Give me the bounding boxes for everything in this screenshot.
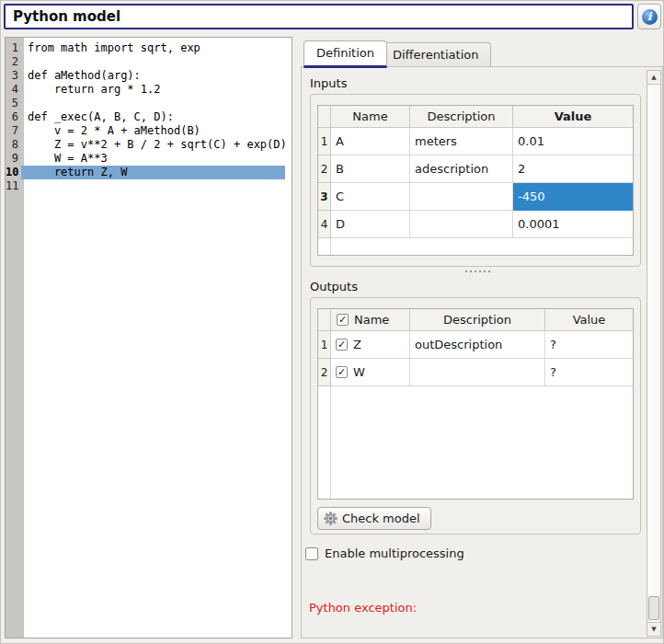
- inputs-cell-description[interactable]: adescription: [410, 155, 513, 183]
- splitter-dots-icon: [465, 270, 467, 272]
- inputs-section-label: Inputs: [310, 76, 347, 90]
- outputs-corner-header: [318, 309, 331, 331]
- code-line-selected: 10 return Z, W: [6, 166, 292, 179]
- line-number: 1: [6, 41, 21, 55]
- outputs-row-header[interactable]: 1: [318, 331, 331, 359]
- code-line: 2: [6, 55, 292, 69]
- outputs-cell-value[interactable]: ?: [545, 331, 633, 359]
- inputs-cell-value-selected[interactable]: -450: [513, 183, 633, 211]
- line-number: 4: [6, 83, 21, 97]
- code-line: 4 return arg * 1.2: [6, 83, 292, 97]
- inputs-header-value[interactable]: Value: [513, 106, 633, 128]
- check-model-button[interactable]: Check model: [317, 507, 431, 530]
- inputs-header-description[interactable]: Description: [410, 106, 513, 128]
- inputs-cell-description[interactable]: [410, 183, 513, 211]
- code-text[interactable]: v = 2 * A + aMethod(B): [21, 124, 285, 138]
- code-line: 7 v = 2 * A + aMethod(B): [6, 124, 292, 138]
- outputs-header-value[interactable]: Value: [545, 309, 633, 331]
- inputs-row-header[interactable]: 4: [318, 211, 331, 238]
- line-number: 7: [6, 124, 21, 138]
- inputs-row-header[interactable]: 1: [318, 128, 331, 155]
- line-number: 5: [6, 97, 21, 110]
- code-text[interactable]: [21, 55, 285, 69]
- code-text[interactable]: def _exec(A, B, C, D):: [21, 110, 285, 124]
- vertical-scrollbar[interactable]: ▲ ▼: [647, 70, 661, 637]
- outputs-header-description[interactable]: Description: [410, 309, 545, 331]
- scrollbar-track[interactable]: [647, 85, 660, 622]
- line-number: 9: [6, 152, 21, 166]
- inputs-header-name[interactable]: Name: [331, 106, 410, 128]
- gear-icon: [324, 512, 338, 525]
- code-text[interactable]: [21, 97, 285, 110]
- line-number: 11: [6, 179, 21, 193]
- outputs-group: ✓ Name Description Value 1 ✓ Z outDescri…: [310, 297, 641, 535]
- inputs-cell-description[interactable]: meters: [410, 128, 513, 155]
- inputs-cell-value[interactable]: 2: [513, 155, 633, 183]
- enable-multiprocessing-label: Enable multiprocessing: [325, 546, 464, 560]
- outputs-table: ✓ Name Description Value 1 ✓ Z outDescri…: [317, 308, 634, 500]
- scrollbar-thumb[interactable]: [648, 596, 659, 620]
- outputs-header-checkbox[interactable]: ✓: [337, 314, 349, 326]
- output-name-label: W: [353, 365, 365, 379]
- python-exception-message: Python exception: Traceback (most recent…: [309, 571, 646, 644]
- outputs-cell-value[interactable]: ?: [545, 359, 633, 386]
- inputs-cell-name[interactable]: B: [331, 155, 410, 183]
- outputs-table-empty-area: [318, 386, 331, 499]
- code-line: 8 Z = v**2 + B / 2 + sqrt(C) + exp(D): [6, 138, 292, 152]
- outputs-section-label: Outputs: [310, 280, 358, 293]
- check-model-label: Check model: [342, 512, 420, 525]
- outputs-cell-description[interactable]: [410, 359, 545, 386]
- output-name-label: Z: [353, 338, 361, 351]
- enable-multiprocessing-checkbox[interactable]: [305, 547, 318, 560]
- definition-panel: Inputs Name Description Value 1 A meters…: [301, 66, 663, 638]
- inputs-cell-value[interactable]: 0.01: [513, 128, 633, 155]
- outputs-cell-description[interactable]: outDescription: [410, 331, 545, 359]
- code-text[interactable]: return Z, W: [21, 166, 285, 179]
- outputs-cell-name[interactable]: ✓ W: [331, 359, 410, 386]
- tab-definition[interactable]: Definition: [303, 40, 387, 68]
- line-number: 2: [6, 55, 21, 69]
- inputs-row-header[interactable]: 2: [318, 155, 331, 183]
- code-line: 3def aMethod(arg):: [6, 69, 292, 83]
- arrow-up-icon: ▲: [651, 74, 656, 81]
- model-name-input[interactable]: [4, 4, 634, 29]
- inputs-cell-value[interactable]: 0.0001: [513, 211, 633, 238]
- info-button[interactable]: i: [637, 4, 661, 29]
- code-text[interactable]: W = A**3: [21, 152, 285, 166]
- splitter-handle[interactable]: [465, 270, 495, 273]
- line-number: 3: [6, 69, 21, 83]
- output-row-checkbox[interactable]: ✓: [336, 339, 348, 351]
- inputs-corner-header: [318, 106, 331, 128]
- inputs-cell-name[interactable]: A: [331, 128, 410, 155]
- outputs-cell-name[interactable]: ✓ Z: [331, 331, 410, 359]
- outputs-table-empty-area: [331, 386, 633, 499]
- outputs-header-name[interactable]: ✓ Name: [331, 309, 410, 331]
- scrollbar-up-button[interactable]: ▲: [647, 71, 660, 85]
- code-line: 11: [6, 179, 292, 193]
- scrollbar-down-button[interactable]: ▼: [647, 622, 660, 636]
- error-line: Python exception:: [309, 601, 646, 615]
- outputs-header-name-label: Name: [354, 313, 389, 327]
- output-row-checkbox[interactable]: ✓: [336, 366, 348, 378]
- inputs-cell-name[interactable]: C: [331, 183, 410, 211]
- inputs-table-empty-area: [331, 238, 633, 255]
- inputs-group: Name Description Value 1 A meters 0.01 2…: [310, 94, 641, 267]
- info-icon: i: [642, 9, 658, 25]
- line-number: 6: [6, 110, 21, 124]
- tab-differentiation[interactable]: Differentiation: [380, 42, 491, 66]
- code-text[interactable]: Z = v**2 + B / 2 + sqrt(C) + exp(D): [21, 138, 287, 152]
- code-text[interactable]: def aMethod(arg):: [21, 69, 285, 83]
- outputs-row-header[interactable]: 2: [318, 359, 331, 386]
- inputs-cell-name[interactable]: D: [331, 211, 410, 238]
- code-text[interactable]: from math import sqrt, exp: [21, 41, 285, 55]
- code-line: 9 W = A**3: [6, 152, 292, 166]
- inputs-table-empty-area: [318, 238, 331, 255]
- code-text[interactable]: return arg * 1.2: [21, 83, 285, 97]
- line-number: 8: [6, 138, 21, 152]
- code-editor[interactable]: 1from math import sqrt, exp 2 3def aMeth…: [5, 37, 292, 638]
- code-text[interactable]: [21, 179, 285, 193]
- inputs-cell-description[interactable]: [410, 211, 513, 238]
- inputs-table: Name Description Value 1 A meters 0.01 2…: [317, 105, 634, 256]
- line-number: 10: [6, 166, 21, 179]
- inputs-row-header-current[interactable]: 3: [318, 183, 331, 211]
